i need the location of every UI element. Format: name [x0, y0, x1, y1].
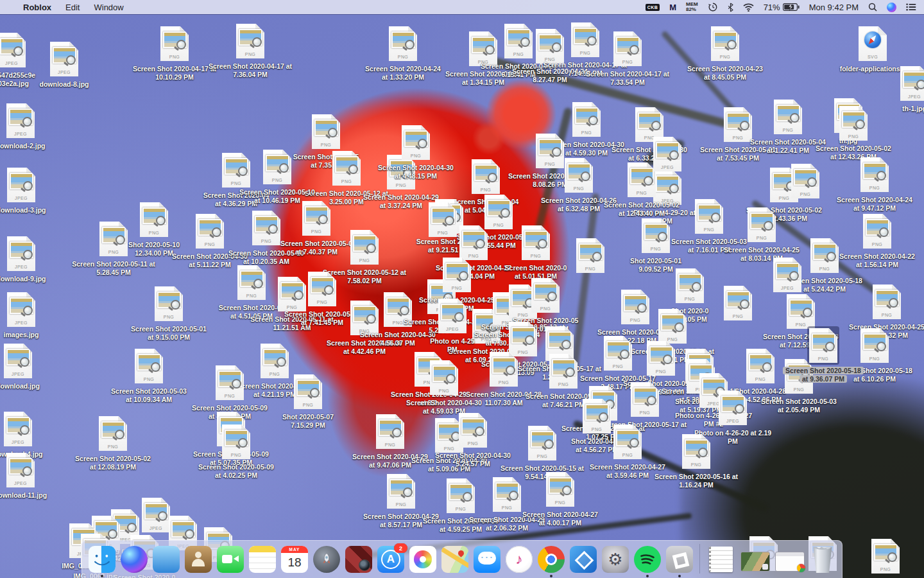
dock-item-contacts-icon[interactable] [185, 546, 212, 573]
notification-center-icon[interactable] [906, 3, 916, 11]
dock-item-minimized-browser-window-icon[interactable] [775, 552, 805, 572]
magnifier-icon [538, 239, 547, 249]
magnifier-icon [212, 227, 221, 237]
magnifier-icon [405, 40, 415, 49]
desktop-file[interactable]: PNG [762, 162, 849, 200]
dock-item-trash-icon[interactable] [811, 547, 834, 573]
file-icon-png: PNG [430, 360, 458, 395]
magnifier-icon [879, 227, 889, 237]
battery-status[interactable]: 71% [764, 3, 800, 12]
spotlight-search-icon[interactable] [868, 3, 877, 12]
magnifier-icon [581, 171, 590, 181]
dock-item-roblox-icon[interactable] [666, 546, 693, 573]
file-icon-png: PNG [860, 157, 889, 192]
time-machine-icon[interactable] [708, 2, 718, 12]
file-icon-png: PNG [376, 414, 404, 449]
desktop-file[interactable]: PNGScreen Shot 2020-04-23at 8.45.05 PM [681, 24, 769, 82]
file-label: images.jpg [4, 331, 39, 339]
desktop-file[interactable]: JPEGdownload-8.jpg [21, 40, 108, 89]
menu-window[interactable]: Window [94, 3, 123, 12]
desktop-file-selected[interactable]: PNGScreen Shot 2020-05-18at 9.36.07 PM [780, 326, 867, 383]
desktop-file[interactable]: PNGScreen Shot 2020-05-10at 10.46.19 PM [234, 148, 321, 205]
file-label: Screen Shot 2020-04-17 at10.10.29 PM [133, 65, 216, 82]
magnifier-icon [599, 412, 608, 422]
desktop-file[interactable]: JPEGdownload-11.jpg [0, 451, 64, 500]
magnifier-icon [366, 243, 376, 253]
dock-item-notes-icon[interactable] [249, 546, 276, 573]
desktop-file[interactable]: JPEGdownload-3.jpg [0, 166, 65, 215]
memory-status[interactable]: MEM 82% [686, 2, 698, 12]
dock-item-design-app-icon[interactable] [570, 546, 597, 573]
desktop-file[interactable]: PNG [547, 236, 634, 275]
dock-item-facetime-icon[interactable] [217, 546, 244, 573]
dock-item-maps-icon[interactable] [441, 546, 468, 573]
desktop-file[interactable]: PNGScreen Shot 2020-05-09at 4.02.25 PM [193, 423, 280, 480]
file-icon-png: PNG [682, 434, 710, 469]
dock-item-chrome-icon[interactable] [538, 546, 565, 573]
dock-item-mail-icon[interactable] [153, 546, 180, 573]
siri-menu-icon[interactable] [887, 3, 896, 12]
desktop-file[interactable]: JPEG [624, 135, 711, 173]
file-icon-jpeg: JPEG [4, 344, 32, 378]
dock-item-siri-icon[interactable] [121, 546, 148, 573]
desktop-file[interactable]: PNG [842, 537, 924, 575]
dock-item-photo-booth-icon[interactable] [345, 546, 372, 573]
desktop-file[interactable]: JPEGimages.jpg [0, 290, 65, 339]
file-icon-png: PNG [135, 349, 163, 383]
app-menu-title[interactable]: Roblox [23, 3, 51, 12]
file-icon-png: PNG [263, 150, 291, 184]
desktop-file[interactable]: PNGScreen Shot 2020-04-17 at10.10.29 PM [131, 24, 218, 82]
desktop-file[interactable]: PNGScreen Shot 2020-05-16 at1.16.24 PM [653, 432, 740, 489]
magnifier-icon [156, 216, 166, 225]
dock-item-itunes-icon[interactable]: ♪ [506, 546, 533, 573]
dock-item-minimized-game-window-icon[interactable] [740, 552, 770, 572]
dock-item-messages-icon[interactable] [474, 546, 501, 573]
desktop-file[interactable]: PNGScreen Shot 2020-04-17 at7.36.04 PM [207, 22, 294, 79]
wifi-icon[interactable] [743, 3, 754, 12]
malwarebytes-icon[interactable]: M [669, 3, 676, 12]
magnifier-icon [403, 487, 413, 497]
desktop-file[interactable]: JPEGdownload-9.jpg [0, 234, 65, 283]
dock-item-calendar-icon[interactable]: MAY18 [281, 546, 308, 573]
dock-item-spotify-icon[interactable] [634, 546, 661, 573]
magnifier-icon [501, 208, 510, 218]
desktop-file[interactable]: PNGScreen Shot 2020-05-01at 9.15.00 PM [125, 285, 212, 342]
file-icon-png: PNG [236, 24, 264, 58]
magnifier-icon [651, 121, 661, 130]
dock-item-system-preferences-icon[interactable]: ⚙ [602, 546, 629, 573]
file-icon-png: PNG [711, 26, 739, 61]
file-label: th-1.jpg [902, 105, 924, 113]
desktop-file[interactable]: JPEGdownload-2.jpg [0, 101, 64, 150]
desktop-file[interactable]: PNGScreen Shot 2020-05-02at 12.08.19 PM [69, 414, 157, 471]
running-indicator [646, 575, 649, 577]
desktop-file[interactable]: PNGScreen Shot 2020-05-11 at5.28.45 PM [70, 220, 157, 277]
running-indicator [550, 575, 552, 577]
desktop-file[interactable]: PNGShot 2020-05-077.15.29 PM [264, 372, 352, 430]
magnifier-icon [279, 163, 289, 173]
dock-item-launchpad-icon[interactable] [313, 546, 340, 573]
desktop-file[interactable]: PNGScreen Shot 2020-05-02at 12.43.26 PM [810, 104, 897, 161]
keyboard-layout-badge[interactable]: CKB [646, 4, 660, 11]
desktop-file[interactable]: PNGScreen Shot 2020-04-17 at7.33.54 PM [584, 30, 671, 87]
file-icon-png: PNG [350, 230, 379, 265]
menu-clock[interactable]: Mon 9:42 PM [809, 3, 859, 12]
file-icon-png: PNG [613, 31, 642, 66]
magnifier-icon [565, 367, 575, 377]
file-icon-png: PNG [658, 309, 687, 344]
desktop-file[interactable]: PNG [399, 200, 486, 239]
desktop-file[interactable]: PNGScreen Shot 2020-04-27at 4.00.17 PM [517, 470, 604, 527]
dock-item-document-icon[interactable] [709, 547, 733, 572]
desktop-file[interactable]: JPEG [744, 256, 831, 294]
desktop-file[interactable]: JPEGdownload.jpg [0, 342, 62, 390]
desktop-file[interactable]: PNGScreen Shot 2020-04-24at 1.33.20 PM [359, 24, 447, 82]
battery-percent: 71% [764, 3, 780, 12]
bluetooth-icon[interactable] [728, 3, 733, 12]
dock-item-photos-icon[interactable] [409, 546, 436, 573]
magnifier-icon [506, 365, 515, 375]
menu-edit[interactable]: Edit [65, 3, 80, 12]
dock-item-app-store-icon[interactable]: A2 [377, 546, 404, 573]
desktop-file[interactable]: PNGScreen Shot 2020-05-03at 10.09.34 AM [105, 347, 193, 404]
magnifier-icon [561, 340, 571, 349]
magnifier-icon [658, 232, 667, 241]
dock-item-finder-icon[interactable] [89, 546, 116, 573]
